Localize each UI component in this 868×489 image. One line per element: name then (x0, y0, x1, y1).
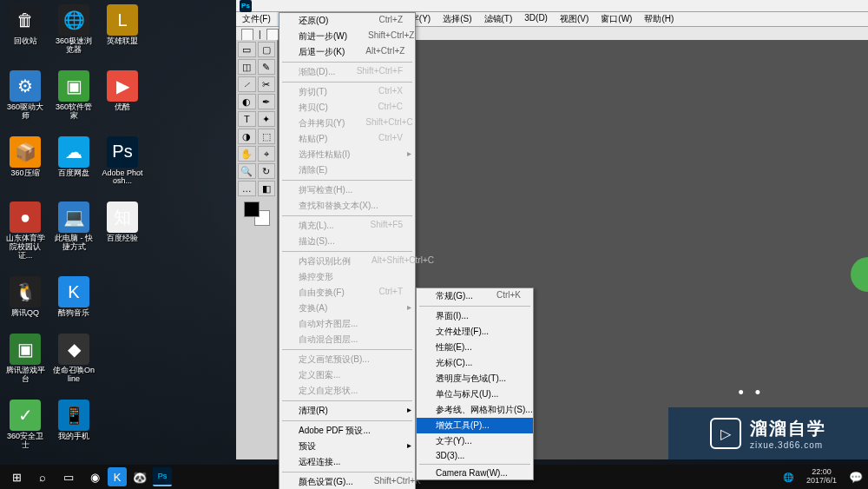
ps-titlebar[interactable]: Ps (236, 0, 868, 12)
icon-label: 腾讯QQ (11, 309, 39, 318)
desktop-icon[interactable]: 📱我的手机 (53, 400, 95, 450)
menu-item[interactable]: 透明度与色域(T)... (417, 371, 533, 387)
desktop-icon[interactable]: 🐧腾讯QQ (4, 276, 46, 318)
action-center-button[interactable]: 💬 (847, 466, 865, 487)
tool-button[interactable]: ⟋ (238, 76, 256, 92)
tool-button[interactable]: ✂ (258, 76, 276, 92)
menu-item[interactable]: 预设▸ (279, 439, 415, 454)
menu-item-label: 后退一步(K) (299, 46, 345, 58)
desktop-icon[interactable]: ▣腾讯游戏平台 (4, 334, 46, 384)
tool-button[interactable]: ▭ (238, 42, 256, 57)
tool-button[interactable]: ✒ (258, 94, 276, 109)
menu-item[interactable]: Adobe PDF 预设... (279, 423, 415, 439)
task-view-button[interactable]: ▭ (56, 466, 82, 487)
menu-item-label: 颜色设置(G)... (299, 476, 353, 488)
desktop-icon[interactable]: 🌐360极速浏览器 (53, 4, 95, 55)
desktop-icon[interactable]: ▣360软件管家 (53, 70, 95, 121)
tool-button[interactable]: ◑ (238, 129, 256, 144)
menu-item[interactable]: 前进一步(W)Shift+Ctrl+Z (279, 29, 415, 44)
menu-shortcut: Shift+F5 (370, 220, 403, 232)
color-swatches[interactable] (236, 198, 277, 229)
menu-item[interactable]: 清理(R)▸ (279, 403, 415, 419)
tool-preset-icon[interactable] (241, 29, 253, 41)
menu-item[interactable]: 3D(3)... (417, 449, 533, 462)
menu-item[interactable]: 后退一步(K)Alt+Ctrl+Z (279, 44, 415, 60)
tool-button[interactable]: ◫ (238, 59, 256, 75)
tool-button[interactable]: ✎ (258, 59, 276, 75)
menu-窗口[interactable]: 窗口(W) (595, 12, 638, 26)
menu-item[interactable]: 颜色设置(G)...Shift+Ctrl+K (279, 474, 415, 489)
menu-选择[interactable]: 选择(S) (437, 12, 477, 26)
menu-shortcut: Shift+Ctrl+Z (368, 30, 414, 43)
menu-帮助[interactable]: 帮助(H) (638, 12, 680, 26)
tray-icon[interactable]: 🌐 (780, 466, 796, 487)
tool-button[interactable]: ⬚ (258, 129, 276, 144)
tool-button[interactable]: ↻ (258, 163, 276, 179)
desktop-icon[interactable]: ●山东体育学院校园认证... (4, 202, 46, 261)
desktop-icon[interactable]: K酷狗音乐 (53, 276, 95, 318)
taskbar-app-kugou[interactable]: K (108, 467, 127, 486)
taskbar-app-colorful[interactable]: ◉ (82, 466, 108, 487)
menu-滤镜[interactable]: 滤镜(T) (478, 12, 519, 26)
menu-item: 选择性粘贴(I)▸ (279, 147, 415, 162)
icon-label: 360软件管家 (53, 103, 95, 121)
tool-button[interactable]: ✋ (238, 146, 256, 162)
desktop-icon[interactable]: 知百度经验 (102, 202, 143, 261)
menu-item-label: Camera Raw(W)... (436, 468, 508, 478)
menu-item-label: 定义图案... (299, 369, 340, 381)
menu-item[interactable]: 界面(I)... (417, 308, 533, 324)
tool-button[interactable]: ◧ (258, 181, 276, 196)
menu-item[interactable]: 光标(C)... (417, 355, 533, 371)
tool-button[interactable]: ✦ (258, 111, 276, 127)
menu-3D[interactable]: 3D(D) (518, 12, 554, 26)
submenu-arrow-icon: ▸ (407, 405, 411, 414)
desktop-icon[interactable]: ◆使命召唤Online (53, 334, 95, 384)
menu-视图[interactable]: 视图(V) (554, 12, 595, 26)
tool-button[interactable]: 🔍 (238, 163, 256, 179)
desktop-icon[interactable]: L英雄联盟 (102, 4, 143, 55)
icon-label: Adobe Photosh... (102, 169, 143, 187)
menu-item[interactable]: 单位与标尺(U)... (417, 387, 533, 402)
desktop-icon[interactable]: 💻此电脑 - 快捷方式 (53, 202, 95, 261)
desktop-icon[interactable]: 📦360压缩 (4, 136, 46, 187)
menu-文件[interactable]: 文件(F) (236, 12, 277, 26)
icon-label: 腾讯游戏平台 (4, 367, 46, 384)
foreground-color-swatch[interactable] (244, 202, 260, 217)
menu-item-label: 光标(C)... (436, 357, 472, 369)
icon-label: 酷狗音乐 (58, 309, 89, 318)
desktop-icon[interactable]: ▶优酷 (102, 70, 143, 121)
menu-item[interactable]: 参考线、网格和切片(S)... (417, 402, 533, 418)
tool-button[interactable]: T (238, 111, 256, 127)
search-button[interactable]: ⌕ (30, 466, 56, 487)
taskbar-app-qq[interactable]: 🐼 (127, 466, 153, 487)
tool-button[interactable]: ◐ (238, 94, 256, 109)
menu-item-label: 单位与标尺(U)... (436, 388, 498, 400)
menu-item-label: 拷贝(C) (299, 102, 328, 114)
menu-item[interactable]: 增效工具(P)... (417, 418, 533, 433)
mode-icon[interactable] (266, 29, 279, 41)
menu-item[interactable]: 还原(O)Ctrl+Z (279, 13, 415, 29)
taskbar-app-photoshop[interactable]: Ps (153, 467, 172, 486)
menu-item[interactable]: 常规(G)...Ctrl+K (417, 288, 533, 304)
menu-item-label: 自动混合图层... (299, 334, 358, 346)
app-icon: Ps (107, 136, 138, 168)
app-icon: ▣ (58, 70, 89, 102)
menu-item: 渐隐(D)...Shift+Ctrl+F (279, 64, 415, 80)
desktop-icon[interactable]: ✓360安全卫士 (4, 400, 46, 450)
menu-item[interactable]: 文字(Y)... (417, 433, 533, 449)
tool-button[interactable]: ⌖ (258, 146, 276, 162)
tool-button[interactable]: ▢ (258, 42, 276, 57)
desktop-icon[interactable]: 🗑回收站 (4, 4, 46, 55)
menu-item[interactable]: 文件处理(F)... (417, 324, 533, 340)
menu-item[interactable]: 远程连接... (279, 454, 415, 470)
menu-item: 定义画笔预设(B)... (279, 352, 415, 367)
desktop-icon[interactable]: ⚙360驱动大师 (4, 70, 46, 121)
app-icon: L (107, 4, 138, 36)
desktop-icon[interactable]: PsAdobe Photosh... (102, 136, 143, 187)
tool-button[interactable]: … (238, 181, 256, 196)
menu-item[interactable]: Camera Raw(W)... (417, 466, 533, 479)
start-button[interactable]: ⊞ (3, 466, 30, 487)
menu-item[interactable]: 性能(E)... (417, 340, 533, 355)
desktop-icon[interactable]: ☁百度网盘 (53, 136, 95, 187)
taskbar-clock[interactable]: 22:00 2017/6/1 (801, 468, 842, 486)
